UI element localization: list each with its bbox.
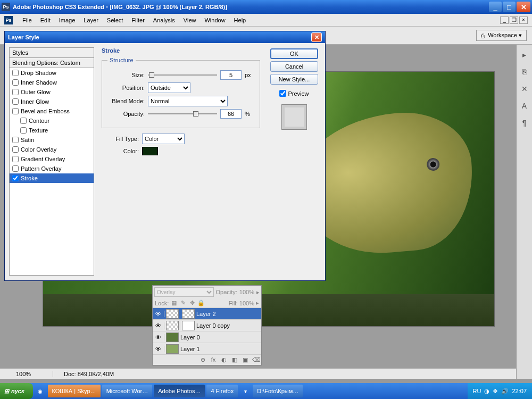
blending-options[interactable]: Blending Options: Custom <box>9 58 94 68</box>
dock-icon-2[interactable]: ⎘ <box>520 67 529 77</box>
delete-layer-icon[interactable]: ⌫ <box>252 356 260 363</box>
link-layers-icon[interactable]: ⊕ <box>199 356 206 363</box>
style-item-outer-glow[interactable]: Outer Glow <box>10 87 94 97</box>
size-slider[interactable] <box>148 71 217 79</box>
task-firefox[interactable]: 4 Firefox <box>206 385 238 397</box>
dialog-titlebar[interactable]: Layer Style ✕ <box>5 31 325 43</box>
dialog-close-button[interactable]: ✕ <box>311 32 322 42</box>
opacity-arrow-icon[interactable]: ▸ <box>256 289 260 296</box>
task-photoshop[interactable]: Adobe Photos… <box>154 385 205 397</box>
opacity-input[interactable] <box>220 109 242 119</box>
style-checkbox[interactable] <box>12 165 19 172</box>
new-layer-icon[interactable]: ▣ <box>242 356 249 363</box>
position-select[interactable]: Outside <box>148 82 190 93</box>
cancel-button[interactable]: Cancel <box>270 61 318 72</box>
size-input[interactable] <box>220 70 242 80</box>
maximize-button[interactable]: □ <box>503 2 516 12</box>
menu-select[interactable]: Select <box>103 15 128 25</box>
task-explorer[interactable]: D:\Foto\Крым… <box>253 385 303 397</box>
style-checkbox[interactable] <box>12 108 19 114</box>
layer-row[interactable]: 👁 Layer 1 <box>153 343 261 354</box>
styles-header[interactable]: Styles <box>9 47 94 58</box>
layer-row[interactable]: 👁 Layer 0 <box>153 331 261 343</box>
menu-analysis[interactable]: Analysis <box>149 15 179 25</box>
color-swatch[interactable] <box>142 147 158 155</box>
preview-checkbox[interactable]: Preview <box>279 90 309 97</box>
tray-icon[interactable]: ❖ <box>493 388 498 395</box>
zoom-level[interactable]: 100% <box>0 371 53 377</box>
doc-minimize-button[interactable]: _ <box>500 16 509 24</box>
opacity-slider[interactable] <box>148 110 217 118</box>
new-style-button[interactable]: New Style... <box>270 74 318 85</box>
style-item-stroke[interactable]: Stroke <box>10 173 94 183</box>
menu-filter[interactable]: Filter <box>127 15 148 25</box>
add-mask-icon[interactable]: ◐ <box>220 356 228 363</box>
style-checkbox[interactable] <box>20 118 27 124</box>
start-button[interactable]: ⊞пуск <box>0 383 33 399</box>
opacity-value[interactable]: 100% <box>239 289 254 295</box>
menu-layer[interactable]: Layer <box>79 15 103 25</box>
style-checkbox[interactable] <box>20 127 27 134</box>
layer-row[interactable]: 👁 Layer 0 copy <box>153 319 261 331</box>
visibility-icon[interactable]: 👁 <box>153 334 164 340</box>
tray-icon[interactable]: ◑ <box>484 388 489 395</box>
add-style-icon[interactable]: fx <box>210 356 217 363</box>
close-button[interactable]: ✕ <box>517 2 530 12</box>
menu-file[interactable]: File <box>18 15 36 25</box>
lock-paint-icon[interactable]: ✎ <box>179 300 187 306</box>
style-item-bevel-and-emboss[interactable]: Bevel and Emboss <box>10 106 94 116</box>
visibility-icon[interactable]: 👁 <box>153 346 164 352</box>
task-skype[interactable]: КОШКА | Skyp… <box>48 385 101 397</box>
quicklaunch-icon[interactable]: ◉ <box>35 385 46 397</box>
task-arrow-icon[interactable]: ▾ <box>239 385 251 397</box>
dock-icon-4[interactable]: A <box>520 101 529 111</box>
blendmode-select[interactable]: Normal <box>148 96 228 106</box>
lock-all-icon[interactable]: 🔒 <box>197 300 205 306</box>
layer-row[interactable]: 👁 Layer 2 <box>153 307 261 319</box>
new-group-icon[interactable]: ◧ <box>231 356 238 363</box>
menu-image[interactable]: Image <box>55 15 80 25</box>
minimize-button[interactable]: _ <box>489 2 502 12</box>
fill-value[interactable]: 100% <box>239 300 254 306</box>
lock-position-icon[interactable]: ✥ <box>188 300 196 306</box>
task-word[interactable]: Microsoft Wor… <box>102 385 153 397</box>
style-checkbox[interactable] <box>12 175 19 181</box>
menu-window[interactable]: Window <box>200 15 229 25</box>
doc-close-button[interactable]: × <box>519 16 528 24</box>
filltype-select[interactable]: Color <box>142 134 185 144</box>
style-item-drop-shadow[interactable]: Drop Shadow <box>10 68 94 78</box>
visibility-icon[interactable]: 👁 <box>153 322 164 329</box>
tray-icon[interactable]: 🔊 <box>501 388 509 395</box>
dock-icon-1[interactable]: ▸ <box>520 50 529 60</box>
style-item-inner-shadow[interactable]: Inner Shadow <box>10 78 94 87</box>
style-checkbox[interactable] <box>12 70 19 76</box>
visibility-icon[interactable]: 👁 <box>153 311 164 317</box>
style-item-contour[interactable]: Contour <box>10 116 94 126</box>
style-checkbox[interactable] <box>12 137 19 143</box>
menu-view[interactable]: View <box>179 15 201 25</box>
layer-blend-mode[interactable]: Overlay <box>154 287 214 297</box>
style-checkbox[interactable] <box>12 146 19 153</box>
menu-edit[interactable]: Edit <box>36 15 55 25</box>
style-item-pattern-overlay[interactable]: Pattern Overlay <box>10 164 94 173</box>
style-checkbox[interactable] <box>12 79 19 86</box>
lock-transparency-icon[interactable]: ▦ <box>170 300 178 306</box>
workspace-button[interactable]: ⎙Workspace ▾ <box>476 30 527 41</box>
style-item-inner-glow[interactable]: Inner Glow <box>10 97 94 106</box>
tray-clock[interactable]: 22:07 <box>512 388 527 394</box>
dock-icon-5[interactable]: ¶ <box>520 118 529 128</box>
style-item-color-overlay[interactable]: Color Overlay <box>10 145 94 154</box>
style-checkbox[interactable] <box>12 156 19 162</box>
system-tray[interactable]: RU ◑ ❖ 🔊 22:07 <box>468 383 532 399</box>
menu-help[interactable]: Help <box>230 15 251 25</box>
doc-restore-button[interactable]: ❐ <box>510 16 518 24</box>
style-item-texture[interactable]: Texture <box>10 126 94 135</box>
style-item-satin[interactable]: Satin <box>10 135 94 145</box>
tray-lang[interactable]: RU <box>473 388 481 394</box>
style-checkbox[interactable] <box>12 98 19 105</box>
dock-icon-3[interactable]: ✕ <box>520 84 529 94</box>
style-checkbox[interactable] <box>12 89 19 95</box>
style-item-gradient-overlay[interactable]: Gradient Overlay <box>10 154 94 164</box>
fill-arrow-icon[interactable]: ▸ <box>256 300 259 306</box>
ok-button[interactable]: OK <box>270 48 318 59</box>
